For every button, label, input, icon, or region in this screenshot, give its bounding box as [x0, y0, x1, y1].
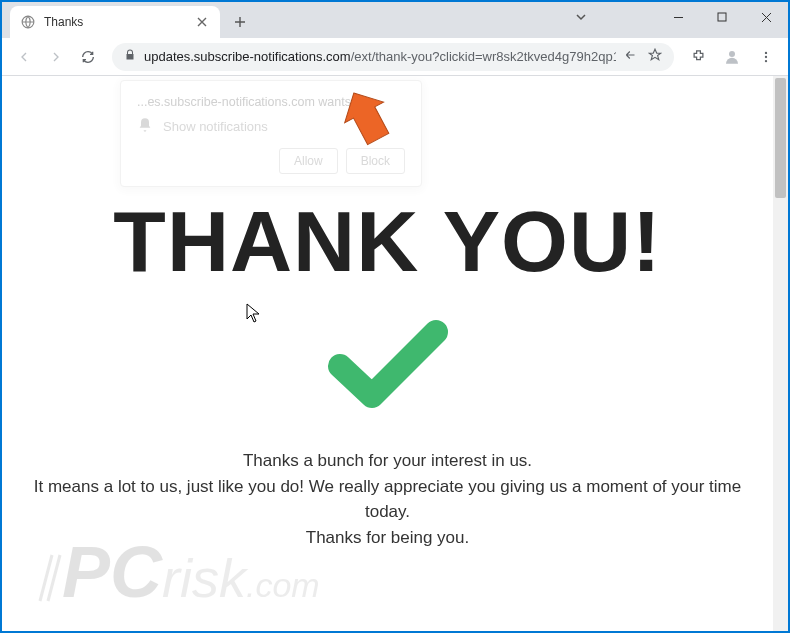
- browser-toolbar: updates.subscribe-notifications.com/ext/…: [2, 38, 788, 76]
- body-line-2: It means a lot to us, just like you do! …: [22, 474, 753, 525]
- svg-point-5: [765, 59, 767, 61]
- bell-icon: [137, 117, 153, 136]
- svg-point-2: [729, 51, 735, 57]
- address-bar[interactable]: updates.subscribe-notifications.com/ext/…: [112, 43, 674, 71]
- globe-icon: [20, 14, 36, 30]
- reload-button[interactable]: [74, 43, 102, 71]
- minimize-button[interactable]: [656, 2, 700, 32]
- close-tab-icon[interactable]: [194, 14, 210, 30]
- allow-button[interactable]: Allow: [279, 148, 338, 174]
- lock-icon: [124, 49, 136, 64]
- page-heading: THANK YOU!: [22, 198, 753, 284]
- close-window-button[interactable]: [744, 2, 788, 32]
- profile-icon[interactable]: [718, 43, 746, 71]
- extensions-icon[interactable]: [684, 43, 712, 71]
- address-actions: [624, 48, 662, 65]
- back-button[interactable]: [10, 43, 38, 71]
- checkmark-icon: [22, 318, 753, 408]
- star-icon[interactable]: [648, 48, 662, 65]
- browser-titlebar: Thanks: [2, 2, 788, 38]
- forward-button[interactable]: [42, 43, 70, 71]
- scrollbar[interactable]: [773, 76, 788, 631]
- browser-tab[interactable]: Thanks: [10, 6, 220, 38]
- scrollbar-thumb[interactable]: [775, 78, 786, 198]
- new-tab-button[interactable]: [226, 8, 254, 36]
- menu-icon[interactable]: [752, 43, 780, 71]
- maximize-button[interactable]: [700, 2, 744, 32]
- svg-point-4: [765, 55, 767, 57]
- share-icon[interactable]: [624, 48, 638, 65]
- body-line-1: Thanks a bunch for your interest in us.: [22, 448, 753, 474]
- watermark-lines-icon: [34, 553, 64, 603]
- page-viewport: ...es.subscribe-notifications.com wants …: [2, 76, 788, 631]
- watermark-risk: risk: [162, 548, 246, 608]
- watermark-com: .com: [246, 566, 320, 604]
- url-text: updates.subscribe-notifications.com/ext/…: [144, 49, 616, 64]
- window-controls: [656, 2, 788, 32]
- watermark: PCrisk.com: [62, 531, 320, 613]
- arrow-annotation-icon: [340, 86, 400, 154]
- tab-title: Thanks: [44, 15, 194, 29]
- svg-rect-1: [718, 13, 726, 21]
- watermark-pc: PC: [62, 532, 162, 612]
- cursor-icon: [246, 303, 262, 327]
- notification-prompt: Show notifications: [163, 119, 268, 134]
- tab-search-icon[interactable]: [574, 10, 588, 28]
- svg-point-3: [765, 51, 767, 53]
